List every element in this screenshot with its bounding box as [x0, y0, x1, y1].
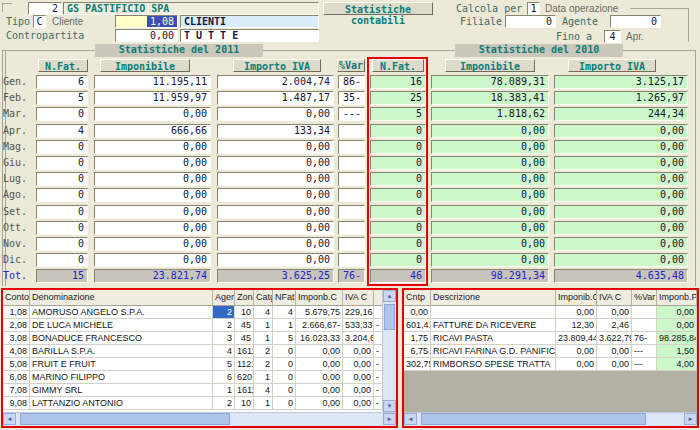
table-row[interactable]: 1,08AMORUSO ANGELO S.P.A.210445.679,7522… [3, 306, 382, 319]
agente-field[interactable]: 0 [610, 15, 661, 28]
table-row[interactable]: 2,08DE LUCA MICHELE245112.666,67-533,33-… [3, 319, 382, 332]
cell[interactable]: 9,08 [3, 397, 30, 410]
column-header-Denominazione[interactable]: Denominazione [30, 290, 213, 306]
cell[interactable]: 0,00 [296, 371, 343, 384]
cell[interactable] [431, 306, 556, 319]
cell[interactable]: BARILLA S.P.A. [30, 345, 213, 358]
cell[interactable]: 1 [213, 384, 235, 397]
cell[interactable]: 3.622,79 [597, 332, 632, 345]
cell[interactable]: 0,00 [343, 345, 374, 358]
cell[interactable]: 0,00 [556, 306, 597, 319]
cell[interactable]: 10 [235, 397, 254, 410]
cell[interactable]: - [374, 371, 382, 384]
column-header-NFat.C[interactable]: NFat.C [273, 290, 296, 306]
col-header-nfat-2010[interactable]: N.Fat. [372, 59, 424, 72]
cell[interactable]: 0,00 [556, 358, 597, 371]
cell[interactable]: 0 [273, 397, 296, 410]
column-header-Imponib.C[interactable]: Imponib.C [556, 290, 597, 306]
cell[interactable]: 3,08 [3, 332, 30, 345]
cell[interactable]: 4 [254, 306, 273, 319]
table-row[interactable]: 1,75RICAVI PASTA23.809,443.622,7976-98.2… [404, 332, 697, 345]
column-header-Agen[interactable]: Agen [213, 290, 235, 306]
scroll-right-arrow-icon[interactable]: ► [383, 413, 396, 425]
cell[interactable]: 76- [632, 332, 657, 345]
cell[interactable]: 5 [273, 332, 296, 345]
column-header-%Var[interactable]: %Var [632, 290, 657, 306]
cell[interactable]: GIMMY SRL [30, 384, 213, 397]
contropartita-field[interactable]: 0,00 [115, 29, 178, 42]
cell[interactable]: 3.204,67 [343, 332, 374, 345]
cell[interactable]: 302,75 [404, 358, 431, 371]
cell[interactable]: 1 [254, 371, 273, 384]
cell[interactable]: 98.285,84 [657, 332, 697, 345]
cell[interactable]: 12,30 [556, 319, 597, 332]
cell[interactable]: BONADUCE FRANCESCO [30, 332, 213, 345]
tipo-field[interactable]: C [33, 15, 46, 28]
table-row[interactable]: 6,75RICAVI FARINA G.D. PANIFICAZIONE0,00… [404, 345, 697, 358]
cliente-code-field[interactable]: 1,08 [115, 15, 178, 28]
cell[interactable] [632, 319, 657, 332]
horizontal-scroll-thumb[interactable] [421, 413, 646, 425]
scroll-left-arrow-icon[interactable]: ◄ [404, 413, 417, 425]
column-header-IVA C[interactable]: IVA C [597, 290, 632, 306]
cell[interactable]: 0,00 [343, 397, 374, 410]
cell[interactable]: 1611 [235, 384, 254, 397]
cell[interactable]: 1 [254, 332, 273, 345]
cell[interactable]: 4 [254, 384, 273, 397]
cell[interactable]: 4,08 [3, 345, 30, 358]
cell[interactable]: 45 [235, 319, 254, 332]
cell[interactable]: 2,08 [3, 319, 30, 332]
cell[interactable]: --- [632, 345, 657, 358]
record-number-field[interactable]: 2 [28, 2, 62, 15]
column-header-Descrizione[interactable]: Descrizione [431, 290, 556, 306]
cell[interactable] [374, 332, 382, 345]
cell[interactable]: 1121 [235, 358, 254, 371]
column-header-IVA C[interactable]: IVA C [343, 290, 374, 306]
cell[interactable]: 0,00 [657, 306, 697, 319]
cell[interactable]: - [374, 345, 382, 358]
cell[interactable]: MARINO FILIPPO [30, 371, 213, 384]
table-row[interactable]: 6,08MARINO FILIPPO6620100,000,00- [3, 371, 382, 384]
col-header-imponibile-2011[interactable]: Imponibile [100, 59, 190, 72]
cell[interactable]: 0,00 [556, 345, 597, 358]
cell[interactable]: 1,08 [3, 306, 30, 319]
cell[interactable]: RICAVI FARINA G.D. PANIFICAZIONE [431, 345, 556, 358]
col-header-nfat-2011[interactable]: N.Fat. [38, 59, 88, 72]
cell[interactable]: 0,00 [343, 384, 374, 397]
cell[interactable]: AMORUSO ANGELO S.P.A. [30, 306, 213, 319]
calcola-per-field[interactable]: 1 [527, 2, 540, 15]
cell[interactable]: 0,00 [404, 306, 431, 319]
cell[interactable]: 2,46 [597, 319, 632, 332]
cell[interactable]: 4 [213, 345, 235, 358]
statistiche-contabili-button[interactable]: Statistiche contabili [323, 2, 433, 15]
column-header-Imponb.P[interactable]: Imponb.P [657, 290, 697, 306]
scroll-down-arrow-icon[interactable]: ▼ [383, 400, 396, 412]
cell[interactable]: 2 [213, 397, 235, 410]
cell[interactable]: 533,33- [343, 319, 374, 332]
cell[interactable]: 1 [254, 319, 273, 332]
cell[interactable]: 5 [213, 358, 235, 371]
column-header-extra[interactable] [374, 290, 382, 306]
cell[interactable]: 0,00 [657, 319, 697, 332]
column-header-Conto[interactable]: Conto [3, 290, 30, 306]
vertical-scroll-track[interactable] [383, 302, 396, 400]
column-header-Imponb.C[interactable]: Imponb.C [296, 290, 343, 306]
col-header-importo-iva-2010[interactable]: Importo IVA [568, 59, 656, 72]
cell[interactable]: 229,16 [343, 306, 374, 319]
table-row[interactable]: 601,41FATTURE DA RICEVERE12,302,460,00 [404, 319, 697, 332]
cell[interactable]: 6,08 [3, 371, 30, 384]
cell[interactable]: 23.809,44 [556, 332, 597, 345]
cell[interactable]: 4,00 [657, 358, 697, 371]
column-header-Cntp[interactable]: Cntp [404, 290, 431, 306]
cell[interactable]: 2 [213, 319, 235, 332]
cell[interactable]: 0,00 [597, 345, 632, 358]
column-header-Catg[interactable]: Catg [254, 290, 273, 306]
cell[interactable] [374, 306, 382, 319]
table-row[interactable]: 5,08FRUIT E FRUIT51121200,000,00- [3, 358, 382, 371]
horizontal-scrollbar[interactable]: ◄► [3, 412, 396, 426]
cell[interactable]: 601,41 [404, 319, 431, 332]
cell[interactable]: - [374, 358, 382, 371]
cell[interactable]: 1 [273, 319, 296, 332]
cell[interactable]: 0 [273, 358, 296, 371]
filiale-field[interactable]: 0 [505, 15, 556, 28]
